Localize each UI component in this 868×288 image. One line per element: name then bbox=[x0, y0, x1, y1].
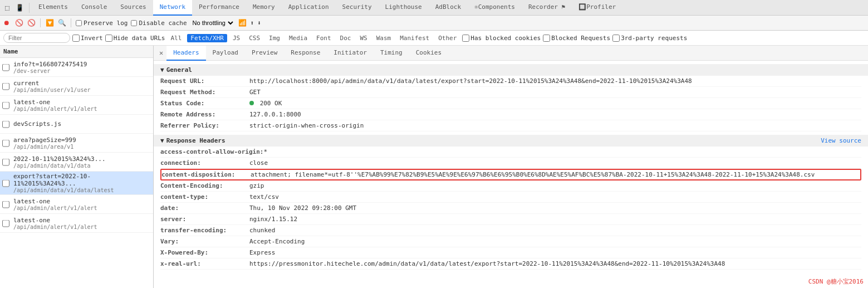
detail-tab-timing[interactable]: Timing bbox=[374, 46, 409, 61]
response-header-row: access-control-allow-origin: * bbox=[160, 147, 861, 158]
disable-cache-checkbox[interactable] bbox=[131, 20, 137, 26]
search-icon[interactable]: 🔍 bbox=[57, 18, 66, 27]
third-party-checkbox[interactable] bbox=[612, 35, 620, 42]
tab-adblock[interactable]: AdBlock bbox=[429, 0, 468, 16]
hide-data-urls-checkbox[interactable] bbox=[105, 35, 112, 42]
wifi-icon[interactable]: 📶 bbox=[238, 18, 247, 27]
list-item-checkbox[interactable] bbox=[2, 82, 9, 90]
hide-data-urls-label[interactable]: Hide data URLs bbox=[105, 35, 165, 42]
detail-tab-preview[interactable]: Preview bbox=[245, 46, 284, 61]
filter-icon[interactable]: 🔽 bbox=[45, 18, 54, 27]
list-item-name: latest-one bbox=[13, 198, 151, 205]
list-item-checkbox[interactable] bbox=[2, 158, 9, 165]
list-item-checkbox[interactable] bbox=[2, 139, 9, 147]
stop-icon[interactable]: 🚫 bbox=[14, 18, 23, 27]
list-item-checkbox[interactable] bbox=[2, 219, 9, 227]
list-item-checkbox[interactable] bbox=[2, 179, 9, 187]
list-item[interactable]: devScripts.js bbox=[0, 115, 153, 134]
tab-performance[interactable]: Performance bbox=[192, 0, 246, 16]
disable-cache-label[interactable]: Disable cache bbox=[131, 19, 187, 27]
tab-recorder[interactable]: Recorder ⚑ bbox=[522, 0, 572, 16]
filter-all[interactable]: All bbox=[167, 34, 185, 42]
list-item[interactable]: info?t=1668072475419 /dev-server bbox=[0, 58, 153, 77]
referrer-policy-row: Referrer Policy: strict-origin-when-cros… bbox=[160, 120, 861, 131]
request-url-value[interactable]: http://localhost:8000/api/admin/data/v1/… bbox=[249, 77, 692, 85]
detail-tab-response[interactable]: Response bbox=[284, 46, 327, 61]
detail-tab-payload[interactable]: Payload bbox=[206, 46, 245, 61]
list-item-checkbox[interactable] bbox=[2, 101, 9, 109]
filter-manifest[interactable]: Manifest bbox=[396, 34, 433, 42]
tab-elements[interactable]: Elements bbox=[32, 0, 75, 16]
tab-network[interactable]: Network bbox=[153, 0, 192, 16]
filter-other[interactable]: Other bbox=[435, 34, 460, 42]
response-header-label: Content-Encoding: bbox=[160, 182, 249, 189]
filter-doc[interactable]: Doc bbox=[337, 34, 355, 42]
response-header-row: content-disposition: attachment; filenam… bbox=[160, 169, 861, 180]
list-item-path: /api/admin/alert/v1/alert bbox=[13, 106, 151, 112]
list-item[interactable]: latest-one /api/admin/alert/v1/alert bbox=[0, 214, 153, 233]
tab-memory[interactable]: Memory bbox=[246, 0, 282, 16]
preserve-log-label[interactable]: Preserve log bbox=[76, 19, 127, 27]
list-item[interactable]: latest-one /api/admin/alert/v1/alert bbox=[0, 195, 153, 214]
response-header-label: X-Powered-By: bbox=[160, 249, 249, 256]
response-headers-section-header[interactable]: ▼ Response Headers View source bbox=[154, 135, 868, 147]
general-section-header[interactable]: ▼ General bbox=[154, 64, 868, 76]
detail-tab-headers[interactable]: Headers bbox=[166, 46, 205, 61]
filter-input[interactable] bbox=[3, 33, 70, 43]
list-item[interactable]: area?pageSize=999 /api/admin/area/v1 bbox=[0, 134, 153, 153]
response-header-value: gzip bbox=[249, 182, 264, 189]
response-header-value: * bbox=[263, 148, 267, 155]
has-blocked-checkbox[interactable] bbox=[462, 35, 469, 42]
list-item-name: 2022-10-11%2015%3A24%3... bbox=[13, 155, 151, 163]
tab-security[interactable]: Security bbox=[336, 0, 379, 16]
third-party-label[interactable]: 3rd-party requests bbox=[612, 35, 687, 42]
list-item[interactable]: latest-one /api/admin/alert/v1/alert bbox=[0, 96, 153, 115]
invert-checkbox[interactable] bbox=[72, 35, 80, 42]
record-icon[interactable]: ⏺ bbox=[2, 18, 11, 27]
list-item[interactable]: export?start=2022-10-11%2015%3A24%3... /… bbox=[0, 172, 153, 195]
tab-lighthouse[interactable]: Lighthouse bbox=[379, 0, 429, 16]
filter-img[interactable]: Img bbox=[266, 34, 283, 42]
view-source-button[interactable]: View source bbox=[821, 137, 861, 144]
separator-2 bbox=[71, 18, 71, 27]
list-item[interactable]: current /api/admin/user/v1/user bbox=[0, 77, 153, 96]
preserve-log-text: Preserve log bbox=[84, 19, 127, 27]
filter-media[interactable]: Media bbox=[286, 34, 311, 42]
throttle-select[interactable]: No throttling bbox=[190, 19, 235, 27]
invert-label[interactable]: Invert bbox=[72, 35, 103, 42]
filter-font[interactable]: Font bbox=[313, 34, 335, 42]
blocked-req-text: Blocked Requests bbox=[551, 35, 610, 42]
filter-css[interactable]: CSS bbox=[246, 34, 263, 42]
list-item-name: current bbox=[13, 80, 151, 87]
list-item[interactable]: 2022-10-11%2015%3A24%3... /api/admin/dat… bbox=[0, 153, 153, 172]
tab-console[interactable]: Console bbox=[75, 0, 114, 16]
blocked-req-checkbox[interactable] bbox=[543, 35, 550, 42]
preserve-log-checkbox[interactable] bbox=[76, 20, 82, 26]
list-item-name: devScripts.js bbox=[13, 120, 151, 128]
detail-tab-cookies[interactable]: Cookies bbox=[409, 46, 448, 61]
list-item-checkbox[interactable] bbox=[2, 120, 9, 128]
has-blocked-label[interactable]: Has blocked cookies bbox=[462, 35, 541, 42]
hide-data-urls-text: Hide data URLs bbox=[114, 35, 165, 42]
response-header-value: text/csv bbox=[249, 193, 279, 201]
clear-icon[interactable]: 🚫 bbox=[27, 18, 36, 27]
close-detail-button[interactable]: ✕ bbox=[156, 48, 166, 58]
tab-components[interactable]: ⚛ Components bbox=[468, 0, 522, 16]
filter-wasm[interactable]: Wasm bbox=[373, 34, 395, 42]
tab-sources[interactable]: Sources bbox=[114, 0, 153, 16]
filter-js[interactable]: JS bbox=[229, 34, 243, 42]
tab-profiler[interactable]: 🔲 Profiler bbox=[572, 0, 622, 16]
upload-icon[interactable]: ⬆ bbox=[251, 19, 254, 27]
inspect-icon[interactable]: ⬚ bbox=[2, 3, 12, 13]
tab-application[interactable]: Application bbox=[282, 0, 336, 16]
response-header-label: content-disposition: bbox=[161, 171, 251, 178]
list-item-checkbox[interactable] bbox=[2, 64, 9, 71]
blocked-req-label[interactable]: Blocked Requests bbox=[543, 35, 610, 42]
response-header-row: date: Thu, 10 Nov 2022 09:28:00 GMT bbox=[160, 203, 861, 214]
list-item-checkbox[interactable] bbox=[2, 201, 9, 208]
download-icon[interactable]: ⬇ bbox=[257, 19, 261, 27]
filter-fetch-xhr[interactable]: Fetch/XHR bbox=[187, 34, 227, 42]
filter-ws[interactable]: WS bbox=[356, 34, 370, 42]
device-icon[interactable]: 📱 bbox=[14, 3, 24, 13]
detail-tab-initiator[interactable]: Initiator bbox=[327, 46, 374, 61]
